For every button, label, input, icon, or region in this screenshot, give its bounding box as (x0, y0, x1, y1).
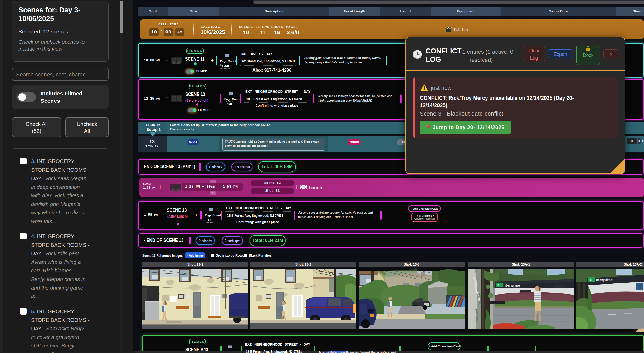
svg-text:nterprise: nterprise (596, 277, 613, 282)
svg-text:e: e (590, 278, 592, 282)
svg-text:nterprise: nterprise (503, 283, 520, 287)
svg-text:e: e (497, 283, 500, 287)
